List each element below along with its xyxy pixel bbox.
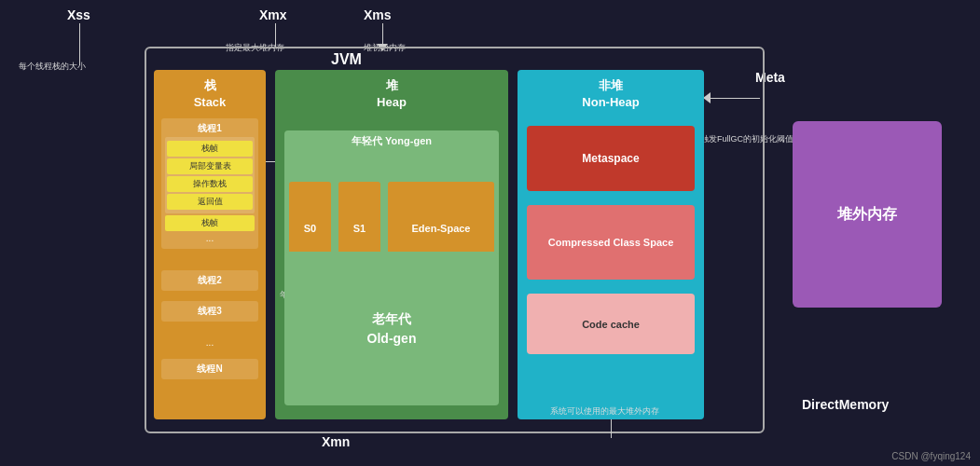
stack-en: Stack	[194, 95, 227, 109]
threadN-label: 线程N	[165, 363, 255, 376]
thread2-box: 线程2	[161, 270, 258, 291]
thread3-box: 线程3	[161, 301, 258, 322]
thread1-box: 线程1 栈帧 局部变量表 操作数栈 返回值 栈帧 ...	[161, 118, 258, 249]
stack-cn: 栈	[204, 78, 216, 92]
frame2-label: 栈帧	[165, 215, 255, 231]
direct-arrow-v	[611, 419, 612, 438]
direct-memory-box: 堆外内存	[793, 121, 942, 308]
code-cache-box: Code cache	[527, 294, 695, 354]
nonheap-box: 非堆 Non-Heap Metaspace Compressed Class S…	[518, 70, 704, 419]
heap-title: 堆 Heap	[275, 70, 508, 111]
stack-title: 栈 Stack	[154, 70, 266, 111]
young-title: 年轻代 Yong-gen	[288, 134, 495, 148]
watermark: CSDN @fyqing124	[891, 451, 971, 461]
xms-label: Xms	[364, 7, 392, 22]
operand-stack: 操作数栈	[167, 176, 253, 192]
old-gen-box: 老年代 Old-gen	[284, 252, 499, 405]
heap-box: 堆 Heap 年轻代 Yong-gen S0 S1 Eden-Space 年轻代…	[275, 70, 508, 419]
thread3-label: 线程3	[165, 305, 255, 318]
return-val: 返回值	[167, 194, 253, 210]
frame-label: 栈帧	[167, 141, 253, 157]
threadN-box: 线程N	[161, 359, 258, 379]
xmx-arrow-line	[275, 23, 276, 47]
compressed-class-space-box: Compressed Class Space	[527, 205, 695, 280]
metaspace-box: Metaspace	[527, 126, 695, 191]
nonheap-title: 非堆 Non-Heap	[518, 70, 704, 111]
heap-en: Heap	[377, 95, 407, 109]
xss-desc: 每个线程栈的大小	[19, 61, 86, 73]
diagram: Xss 每个线程栈的大小 Xmx 指定最大堆内存 Xms 堆初始内存 Meta …	[0, 0, 980, 466]
stack-box: 栈 Stack 线程1 栈帧 局部变量表 操作数栈 返回值 栈帧 ... 线程2…	[154, 70, 266, 419]
heap-cn: 堆	[386, 78, 398, 92]
stack-heap-arrow	[266, 161, 275, 162]
thread1-dots: ...	[165, 233, 255, 243]
local-vars: 局部变量表	[167, 158, 253, 174]
xss-arrow-line	[79, 23, 80, 65]
direct-size-desc: 系统可以使用的最大堆外内存	[550, 405, 659, 418]
direct-memory-label: DirectMemory	[802, 397, 889, 412]
direct-memory-title: 堆外内存	[837, 203, 897, 226]
old-title: 老年代 Old-gen	[367, 309, 417, 349]
xmn-label: Xmn	[322, 434, 350, 449]
stack-dots: ...	[154, 337, 266, 348]
xmx-label: Xmx	[259, 7, 287, 22]
xss-label: Xss	[67, 7, 90, 22]
jvm-label: JVM	[331, 51, 362, 68]
thread2-label: 线程2	[165, 274, 255, 287]
thread1-label: 线程1	[165, 122, 255, 135]
